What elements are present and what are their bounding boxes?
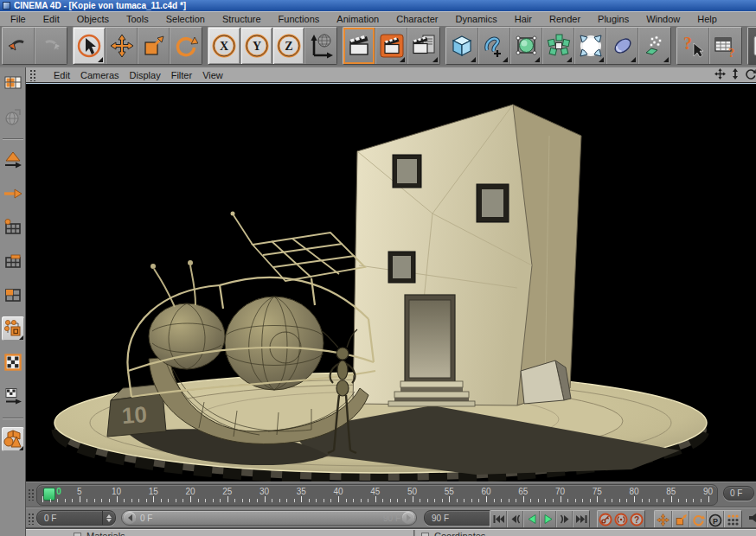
current-frame-stepper[interactable] (102, 511, 115, 525)
next-key-button[interactable] (556, 511, 573, 527)
add-modeling-object-button[interactable] (542, 28, 574, 64)
menu-character[interactable]: Character (388, 13, 446, 25)
record-parameter-button[interactable]: P (707, 511, 724, 529)
slider-left-cap[interactable] (124, 512, 136, 524)
viewport-menu-filter[interactable]: Filter (171, 69, 192, 81)
scene-building[interactable] (353, 105, 581, 406)
move-tool-button[interactable] (106, 28, 138, 64)
browser-globe-icon (752, 33, 756, 59)
live-selection-button[interactable] (74, 28, 106, 64)
normal-move-button[interactable] (2, 182, 24, 206)
viewport-bar-grip[interactable] (29, 69, 36, 81)
add-particles-button[interactable] (638, 28, 670, 64)
menu-objects[interactable]: Objects (68, 13, 118, 25)
viewport-menu-edit[interactable]: Edit (54, 69, 70, 81)
slider-max-label: 90 F (383, 514, 400, 523)
menu-render[interactable]: Render (541, 13, 589, 25)
lock-x-axis-button[interactable]: X (208, 28, 240, 64)
frame-slider[interactable]: 0 F 90 F (121, 510, 417, 526)
move-icon (110, 34, 134, 58)
menu-file[interactable]: File (2, 13, 35, 25)
title-bar[interactable]: CINEMA 4D - [Kopie von tumaca_11.c4d *] (0, 0, 756, 11)
viewport-menu-display[interactable]: Display (130, 69, 161, 81)
context-help-button[interactable]: ? (677, 28, 709, 64)
zoom-view-icon[interactable] (731, 68, 740, 80)
coordinates-panel-checkbox[interactable] (421, 533, 429, 536)
points-mode-button[interactable] (2, 215, 24, 239)
viewport-menu-view[interactable]: View (202, 69, 223, 81)
play-forward-button[interactable] (540, 511, 556, 527)
axis-tool-button[interactable] (2, 148, 24, 172)
play-backward-button[interactable] (523, 511, 540, 527)
redo-button[interactable] (35, 28, 67, 64)
menu-help[interactable]: Help (689, 13, 726, 25)
add-cube-button[interactable] (446, 28, 478, 64)
menu-structure[interactable]: Structure (214, 13, 270, 25)
menu-plugins[interactable]: Plugins (589, 13, 637, 25)
timeline-tick (612, 499, 612, 502)
coordinate-system-button[interactable] (304, 28, 336, 64)
command-help-button[interactable]: ? (709, 28, 741, 64)
timeline-grip[interactable] (28, 488, 35, 501)
polygons-mode-button[interactable] (2, 283, 24, 307)
undo-button[interactable] (3, 28, 35, 64)
record-keyframe-button[interactable] (598, 511, 613, 527)
add-spline-button[interactable] (478, 28, 510, 64)
record-rotation-button[interactable] (689, 511, 707, 529)
timeline-tick (405, 499, 406, 502)
use-world-coordinates-button[interactable] (2, 105, 24, 129)
timeline-tick (605, 499, 605, 502)
render-view-button[interactable] (343, 28, 375, 64)
lock-z-axis-button[interactable]: Z (272, 28, 304, 64)
undo-icon (7, 35, 29, 57)
make-editable-icon (3, 73, 22, 93)
goto-end-button[interactable] (573, 511, 589, 527)
menu-selection[interactable]: Selection (157, 13, 214, 25)
menu-hair[interactable]: Hair (506, 13, 541, 25)
add-deformer-button[interactable] (574, 28, 606, 64)
render-picture-viewer-button[interactable] (375, 28, 407, 64)
render-settings-button[interactable] (407, 28, 439, 64)
viewport-canvas[interactable]: 10 (26, 84, 756, 482)
record-pla-button[interactable] (724, 511, 741, 529)
lock-y-axis-button[interactable]: Y (240, 28, 272, 64)
object-mode-button[interactable] (2, 316, 24, 341)
rotate-view-icon[interactable] (745, 68, 756, 80)
menu-dynamics[interactable]: Dynamics (447, 13, 506, 25)
add-environment-button[interactable] (606, 28, 638, 64)
texture-axis-mode-button[interactable] (2, 384, 24, 408)
edges-mode-button[interactable] (2, 249, 24, 273)
display-primitives-button[interactable] (2, 427, 24, 451)
menu-functions[interactable]: Functions (270, 13, 329, 25)
timeline-tick (294, 499, 295, 502)
rotate-tool-button[interactable] (170, 28, 202, 64)
timeline-ruler[interactable]: 051015202530354045505560657075808590 (36, 484, 718, 506)
pan-view-icon[interactable] (714, 68, 726, 80)
slider-right-cap[interactable] (402, 512, 414, 524)
timeline-tick (190, 496, 191, 502)
transport-grip[interactable] (28, 513, 35, 525)
animation-help-button[interactable]: ? (629, 511, 644, 527)
autokey-button[interactable] (613, 511, 629, 527)
timeline-tick (42, 496, 43, 502)
timeline-frame-field[interactable]: 0 F (723, 486, 754, 501)
goto-start-button[interactable] (490, 511, 507, 527)
menu-window[interactable]: Window (637, 13, 689, 25)
record-scale-button[interactable] (672, 511, 689, 529)
texture-mode-button[interactable] (2, 350, 24, 374)
materials-panel-checkbox[interactable] (74, 533, 81, 536)
previous-key-button[interactable] (507, 511, 523, 527)
viewport-menu-cameras[interactable]: Cameras (80, 69, 119, 81)
make-editable-button[interactable] (2, 71, 24, 95)
menu-animation[interactable]: Animation (328, 13, 388, 25)
browser-button[interactable] (748, 28, 756, 64)
add-hypernurbs-button[interactable] (510, 28, 542, 64)
timeline-tick (516, 499, 516, 502)
menu-edit[interactable]: Edit (35, 13, 68, 25)
current-frame-field[interactable]: 0 F (36, 510, 116, 526)
menu-tools[interactable]: Tools (118, 13, 157, 25)
sound-toggle[interactable] (749, 512, 756, 524)
record-position-button[interactable] (655, 511, 672, 529)
timeline-tick (368, 499, 368, 502)
scale-tool-button[interactable] (138, 28, 170, 64)
